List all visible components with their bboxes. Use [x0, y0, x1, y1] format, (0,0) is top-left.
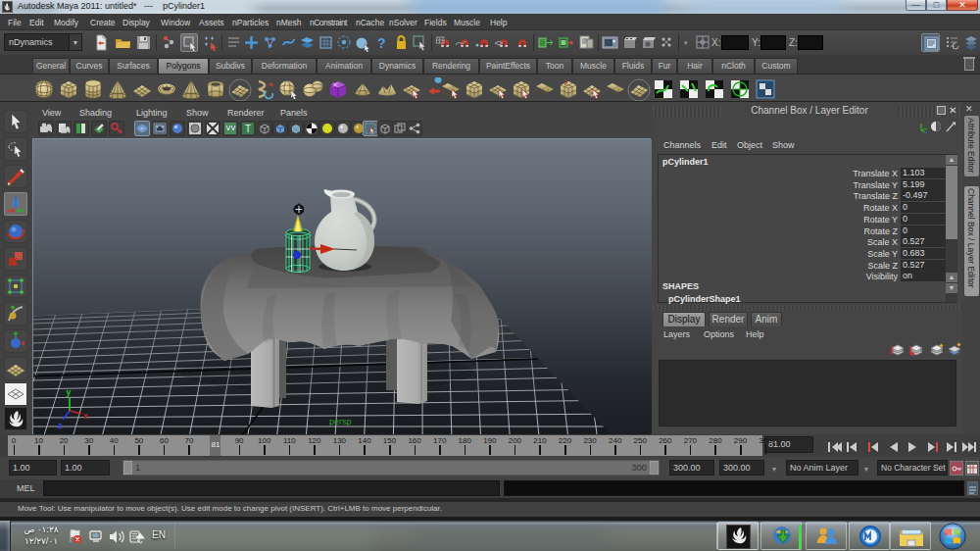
svg-text:persp: persp — [329, 417, 352, 426]
svg-text:?: ? — [377, 35, 386, 51]
svg-text:z: z — [58, 421, 62, 430]
svg-text:y: y — [67, 387, 72, 397]
svg-text:T: T — [245, 124, 251, 134]
svg-text:x: x — [83, 411, 88, 421]
